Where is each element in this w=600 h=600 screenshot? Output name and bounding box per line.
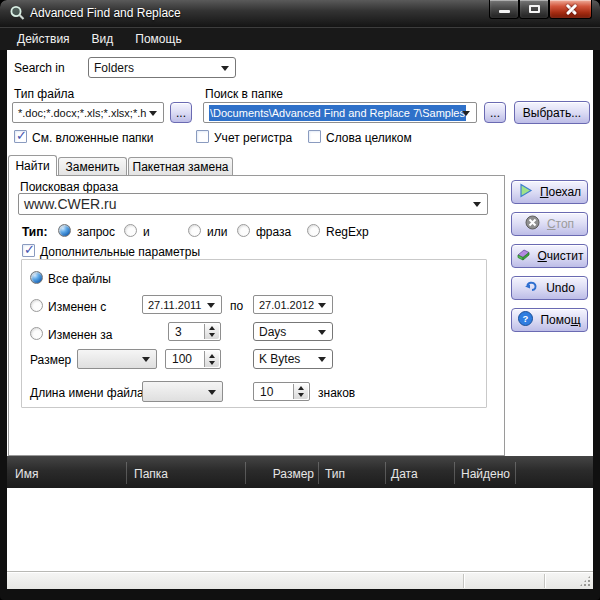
results-header[interactable]: Имя Папка Размер Тип Дата Найдено bbox=[7, 456, 593, 488]
go-button[interactable]: Поехал bbox=[511, 180, 588, 204]
column-name[interactable]: Имя bbox=[15, 467, 38, 481]
help-button[interactable]: ? Помощ bbox=[511, 308, 588, 332]
tab-replace[interactable]: Заменить bbox=[58, 157, 127, 176]
modified-last-unit: Days bbox=[259, 325, 286, 339]
type-radio-phrase[interactable] bbox=[237, 224, 250, 237]
modified-last-unit-combo[interactable]: Days bbox=[253, 322, 333, 341]
close-button[interactable] bbox=[549, 0, 592, 19]
clear-button[interactable]: Очистит bbox=[511, 244, 588, 268]
spin-down-icon bbox=[209, 361, 215, 365]
chevron-down-icon bbox=[473, 202, 481, 207]
file-type-combo[interactable]: *.doc;*.docx;*.xls;*.xlsx;*.h bbox=[12, 102, 164, 123]
type-query-label: запрос bbox=[77, 225, 115, 239]
file-type-value: *.doc;*.docx;*.xls;*.xlsx;*.h bbox=[18, 107, 146, 119]
date-to-combo[interactable]: 27.01.2012 bbox=[253, 295, 333, 314]
name-length-spinner[interactable]: 10 bbox=[253, 382, 310, 401]
menu-view[interactable]: Вид bbox=[81, 28, 125, 50]
name-length-value: 10 bbox=[260, 385, 273, 399]
size-unit-combo[interactable]: K Bytes bbox=[253, 349, 333, 369]
play-icon bbox=[518, 183, 533, 201]
column-date[interactable]: Дата bbox=[391, 467, 418, 481]
all-files-label: Все файлы bbox=[48, 272, 111, 286]
date-to-value: 27.01.2012 bbox=[259, 299, 314, 311]
search-in-value: Folders bbox=[94, 61, 134, 75]
name-length-comparator-combo[interactable] bbox=[142, 381, 223, 402]
title-bar[interactable]: Advanced Find and Replace bbox=[0, 0, 600, 27]
column-separator[interactable] bbox=[454, 462, 455, 484]
all-files-radio[interactable] bbox=[30, 271, 43, 284]
type-label: Тип: bbox=[22, 225, 48, 239]
tab-find[interactable]: Найти bbox=[8, 155, 57, 176]
modified-last-spinner[interactable]: 3 bbox=[168, 322, 221, 341]
maximize-button[interactable] bbox=[519, 0, 549, 19]
spinner-buttons[interactable] bbox=[293, 384, 308, 399]
column-folder[interactable]: Папка bbox=[134, 467, 168, 481]
type-and-label: и bbox=[143, 225, 150, 239]
subfolders-checkbox[interactable] bbox=[14, 130, 27, 143]
file-type-browse-button[interactable]: ... bbox=[170, 102, 192, 123]
menu-help[interactable]: Помощь bbox=[124, 28, 192, 50]
phrase-value: www.CWER.ru bbox=[24, 196, 117, 212]
resize-grip[interactable] bbox=[579, 575, 591, 587]
name-length-suffix: знаков bbox=[318, 386, 355, 400]
search-folder-value: \Documents\Advanced Find and Replace 7\S… bbox=[209, 105, 466, 121]
date-from-combo[interactable]: 27.11.2011 bbox=[142, 295, 222, 314]
chevron-down-icon bbox=[318, 303, 326, 308]
type-phrase-label: фраза bbox=[256, 225, 291, 239]
date-from-value: 27.11.2011 bbox=[148, 299, 201, 311]
modified-between-label: Изменен с bbox=[48, 300, 106, 314]
column-separator[interactable] bbox=[385, 462, 386, 484]
date-to-label: по bbox=[230, 299, 243, 313]
spinner-buttons[interactable] bbox=[204, 351, 219, 367]
spinner-buttons[interactable] bbox=[204, 324, 219, 339]
type-radio-regexp[interactable] bbox=[307, 224, 320, 237]
phrase-combo[interactable]: www.CWER.ru bbox=[18, 193, 488, 215]
size-unit: K Bytes bbox=[259, 352, 300, 366]
chevron-down-icon bbox=[149, 111, 157, 116]
column-separator[interactable] bbox=[245, 462, 246, 484]
column-size[interactable]: Размер bbox=[248, 467, 314, 481]
type-radio-query[interactable] bbox=[58, 224, 71, 237]
column-found[interactable]: Найдено bbox=[454, 467, 510, 481]
status-bar bbox=[7, 571, 593, 589]
type-regexp-label: RegExp bbox=[326, 225, 369, 239]
chevron-down-icon bbox=[462, 111, 470, 116]
match-case-checkbox[interactable] bbox=[196, 130, 209, 143]
modified-last-label: Изменен за bbox=[48, 328, 113, 342]
clear-button-label: Очистит bbox=[538, 249, 584, 263]
modified-last-radio[interactable] bbox=[30, 327, 43, 340]
modified-last-value: 3 bbox=[175, 325, 182, 339]
search-in-combo[interactable]: Folders bbox=[88, 57, 236, 78]
type-radio-and[interactable] bbox=[124, 224, 137, 237]
go-button-label: Поехал bbox=[540, 185, 581, 199]
minimize-button[interactable] bbox=[489, 0, 519, 19]
whole-words-checkbox[interactable] bbox=[308, 130, 321, 143]
tab-batch-replace[interactable]: Пакетная замена bbox=[128, 157, 233, 176]
minimize-icon bbox=[499, 10, 510, 13]
name-length-label: Длина имени файла bbox=[30, 386, 144, 400]
size-spinner[interactable]: 100 bbox=[165, 349, 221, 369]
type-radio-or[interactable] bbox=[188, 224, 201, 237]
undo-button[interactable]: Undo bbox=[511, 276, 588, 300]
choose-folder-button[interactable]: Выбрать... bbox=[514, 101, 590, 124]
column-separator[interactable] bbox=[126, 462, 127, 484]
spin-down-icon bbox=[209, 333, 215, 337]
menu-actions[interactable]: Действия bbox=[6, 28, 81, 50]
search-folder-combo[interactable]: \Documents\Advanced Find and Replace 7\S… bbox=[203, 102, 477, 123]
column-separator[interactable] bbox=[318, 462, 319, 484]
column-type[interactable]: Тип bbox=[325, 467, 345, 481]
search-folder-browse-button[interactable]: ... bbox=[484, 102, 506, 123]
help-button-label: Помощ bbox=[540, 313, 580, 327]
additional-params-label: Дополнительные параметры bbox=[40, 245, 200, 259]
size-comparator-combo[interactable] bbox=[77, 349, 157, 369]
additional-params-checkbox[interactable] bbox=[22, 244, 35, 257]
undo-button-label: Undo bbox=[546, 281, 575, 295]
modified-between-radio[interactable] bbox=[30, 299, 43, 312]
results-list[interactable] bbox=[7, 488, 593, 571]
statusbar-separator bbox=[463, 574, 464, 588]
chevron-down-icon bbox=[318, 357, 326, 362]
column-separator[interactable] bbox=[515, 462, 516, 484]
chevron-down-icon bbox=[142, 357, 150, 362]
stop-button[interactable]: Стоп bbox=[511, 212, 588, 236]
whole-words-label: Слова целиком bbox=[326, 131, 412, 145]
